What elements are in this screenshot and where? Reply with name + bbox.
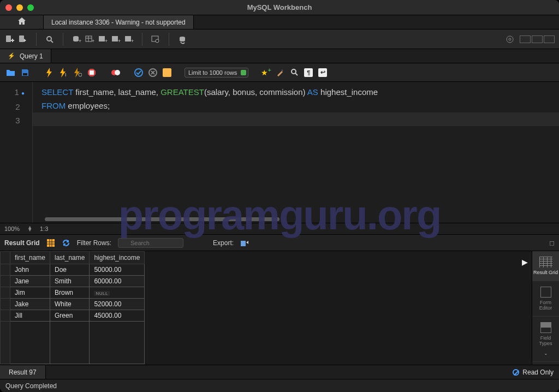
zoom-percent: 100%	[4, 225, 20, 232]
svg-point-25	[79, 73, 82, 76]
new-sql-tab-icon[interactable]	[4, 34, 15, 45]
column-header[interactable]: highest_income	[90, 252, 145, 264]
maximize-result-icon[interactable]: ◻	[549, 239, 555, 247]
readonly-icon	[513, 369, 519, 376]
sidebar-result-grid[interactable]: Result Grid	[532, 251, 559, 281]
chevron-down-icon: ⌄	[544, 351, 548, 356]
bottom-panel-toggle[interactable]	[532, 35, 543, 43]
proc-create-icon[interactable]: +	[110, 34, 121, 45]
table-row[interactable]: JohnDoe50000.00	[1, 264, 145, 276]
search-table-data-icon[interactable]	[150, 34, 161, 45]
home-tab[interactable]	[0, 15, 44, 29]
svg-point-21	[507, 36, 513, 43]
titlebar: MySQL Workbench	[0, 0, 559, 15]
sidebar-form-editor[interactable]: Form Editor	[532, 281, 559, 317]
svg-point-31	[292, 69, 296, 74]
schema-create-icon[interactable]: +	[71, 34, 82, 45]
execute-icon[interactable]	[44, 67, 55, 78]
cursor-pos: 1:3	[40, 225, 48, 232]
sql-editor[interactable]: 1● 2 3 SELECT first_name, last_name, GRE…	[0, 82, 559, 223]
export-label: Export:	[213, 239, 234, 247]
grid-view-icon[interactable]	[46, 239, 55, 247]
table-row[interactable]: JaneSmith60000.00	[1, 276, 145, 287]
grid-icon	[539, 257, 552, 268]
query-tab[interactable]: ⚡ Query 1	[0, 49, 51, 63]
svg-rect-23	[23, 73, 27, 75]
svg-text:+: +	[118, 38, 121, 44]
left-panel-toggle[interactable]	[520, 35, 531, 43]
open-sql-file-icon[interactable]	[17, 34, 28, 45]
minimize-window-button[interactable]	[16, 4, 23, 11]
svg-line-32	[295, 73, 298, 75]
column-header[interactable]: last_name	[50, 252, 90, 264]
stop-on-error-icon[interactable]	[110, 67, 121, 78]
collapse-caret[interactable]: ▶	[518, 251, 532, 365]
wrap-icon[interactable]: ↩	[317, 67, 328, 78]
favorite-icon[interactable]: ★+	[260, 67, 271, 78]
export-icon[interactable]	[240, 239, 249, 247]
svg-rect-3	[19, 35, 24, 42]
svg-rect-12	[99, 36, 105, 41]
table-create-icon[interactable]: +	[84, 34, 95, 45]
svg-rect-26	[90, 70, 94, 75]
line-gutter: 1● 2 3	[0, 82, 33, 223]
rollback-icon[interactable]	[147, 67, 158, 78]
column-header[interactable]: first_name	[10, 252, 50, 264]
explain-icon[interactable]	[72, 67, 83, 78]
table-row	[1, 322, 145, 364]
table-row[interactable]: JimBrownNULL	[1, 287, 145, 299]
stop-icon[interactable]	[86, 67, 97, 78]
result-tabbar: Result 97 Read Only	[0, 365, 559, 379]
beautify-icon[interactable]	[275, 67, 286, 78]
invisible-chars-icon[interactable]: ¶	[303, 67, 314, 78]
find-icon[interactable]	[289, 67, 300, 78]
commit-icon[interactable]	[133, 67, 144, 78]
right-panel-toggle[interactable]	[544, 35, 555, 43]
limit-rows-select[interactable]: Limit to 1000 rows	[185, 68, 248, 78]
func-create-icon[interactable]: +	[123, 34, 134, 45]
table-row[interactable]: JakeWhite52000.00	[1, 299, 145, 310]
svg-point-22	[509, 38, 511, 40]
zoom-window-button[interactable]	[27, 4, 34, 11]
inspector-icon[interactable]	[44, 34, 55, 45]
svg-text:+: +	[105, 38, 108, 44]
connection-tab[interactable]: Local instance 3306 - Warning - not supp…	[44, 15, 194, 29]
types-icon	[540, 322, 551, 333]
editor-h-scrollbar[interactable]	[45, 217, 280, 221]
settings-icon[interactable]	[504, 34, 515, 45]
bolt-icon: ⚡	[8, 52, 15, 60]
filter-rows-label: Filter Rows:	[77, 239, 111, 247]
table-row[interactable]: JillGreen45000.00	[1, 310, 145, 322]
result-grid[interactable]: first_namelast_namehighest_income JohnDo…	[0, 251, 518, 365]
svg-rect-2	[12, 39, 13, 42]
query-tabbar: ⚡ Query 1	[0, 49, 559, 63]
svg-text:+: +	[92, 38, 94, 44]
svg-text:I: I	[65, 72, 67, 78]
svg-rect-33	[47, 239, 55, 247]
main-toolbar: + + + + +	[0, 29, 559, 49]
view-create-icon[interactable]: +	[97, 34, 108, 45]
svg-point-4	[47, 37, 51, 41]
result-toolbar: Result Grid Filter Rows: 🔍 Export: ◻	[0, 235, 559, 251]
autocommit-icon[interactable]	[162, 67, 173, 78]
zoom-stepper[interactable]: ▲▼	[27, 226, 32, 231]
result-tab[interactable]: Result 97	[0, 365, 46, 379]
svg-text:+: +	[131, 38, 134, 44]
save-file-icon[interactable]	[20, 67, 31, 78]
status-bar: Query Completed	[0, 379, 559, 392]
svg-point-19	[156, 39, 159, 43]
svg-rect-38	[241, 241, 246, 246]
sidebar-field-types[interactable]: Field Types ⌄	[532, 317, 559, 362]
refresh-icon[interactable]	[62, 239, 70, 247]
filter-rows-input[interactable]	[118, 238, 183, 248]
open-file-icon[interactable]	[5, 67, 16, 78]
execute-current-icon[interactable]: I	[58, 67, 69, 78]
svg-point-28	[115, 70, 120, 75]
svg-rect-0	[6, 35, 11, 42]
svg-line-5	[51, 40, 53, 43]
home-icon	[17, 17, 26, 27]
reconnect-icon[interactable]	[177, 34, 188, 45]
svg-text:+: +	[79, 38, 81, 44]
close-window-button[interactable]	[5, 4, 12, 11]
svg-rect-16	[125, 36, 131, 41]
